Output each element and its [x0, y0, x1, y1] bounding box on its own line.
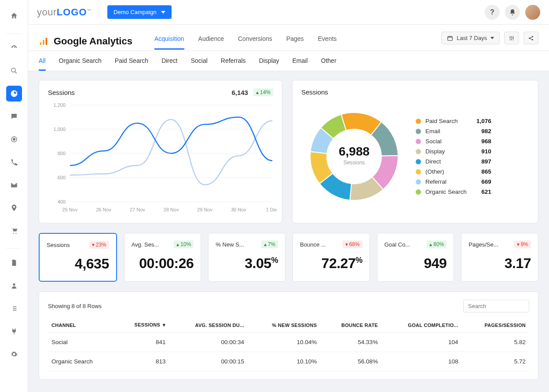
subtab-display[interactable]: Display [259, 57, 279, 71]
table-row[interactable]: Social 841 00:00:34 10.04% 54.33% 104 5.… [48, 333, 529, 352]
subtab-paid-search[interactable]: Paid Search [115, 57, 148, 71]
tab-pages[interactable]: Pages [286, 33, 304, 50]
subtab-referrals[interactable]: Referrals [221, 57, 246, 71]
svg-point-0 [11, 68, 15, 72]
avatar[interactable] [525, 5, 540, 20]
legend-dot [416, 189, 421, 195]
file-icon[interactable] [6, 255, 22, 271]
date-range-button[interactable]: Last 7 Days [441, 32, 500, 44]
kpi-card[interactable]: Sessions ▾23% 4,635 [39, 233, 117, 282]
subtab-direct[interactable]: Direct [161, 57, 178, 71]
kpi-card[interactable]: Goal Co... ▴80% 949 [377, 233, 454, 282]
channels-table: CHANNELSESSIONS▾AVG. SESSION DU...% NEW … [48, 318, 529, 371]
legend-row[interactable]: Email 982 [416, 126, 491, 136]
legend-row[interactable]: Referral 669 [416, 177, 491, 187]
user-icon[interactable] [6, 278, 22, 294]
campaign-selector[interactable]: Demo Campaign [107, 5, 172, 19]
chat-icon[interactable] [6, 109, 22, 124]
table-header[interactable]: PAGES/SESSION [462, 318, 529, 333]
svg-text:25 Nov: 25 Nov [62, 207, 78, 212]
table-search-input[interactable] [463, 300, 529, 312]
logo-tm: ™ [87, 8, 92, 12]
kpi-value: 4,635 [47, 256, 109, 272]
home-icon[interactable] [6, 8, 22, 24]
legend-row[interactable]: Display 910 [416, 146, 491, 156]
legend-row[interactable]: Direct 897 [416, 156, 491, 167]
gear-icon[interactable] [6, 346, 22, 362]
dashboard-icon[interactable] [6, 40, 22, 56]
kpi-label: Pages/Se... [468, 241, 498, 248]
cell-pps: 5.72 [462, 352, 529, 371]
help-button[interactable]: ? [485, 5, 500, 20]
table-header[interactable]: % NEW SESSIONS [248, 318, 320, 333]
kpi-value: 00:00:26 [132, 255, 194, 272]
phone-icon[interactable] [6, 154, 22, 170]
subtab-all[interactable]: All [39, 57, 46, 71]
tab-events[interactable]: Events [318, 33, 337, 50]
subtab-social[interactable]: Social [191, 57, 208, 71]
caret-down-icon: ▾ [163, 322, 165, 327]
kpi-delta: ▾23% [89, 241, 109, 249]
kpi-value: 3.17 [468, 255, 531, 272]
svg-text:27 Nov: 27 Nov [130, 207, 145, 212]
tab-acquisition[interactable]: Acquisition [154, 33, 184, 50]
legend-label: Direct [425, 158, 467, 165]
subtab-email[interactable]: Email [293, 57, 308, 71]
kpi-value: 72.27% [300, 255, 362, 272]
analytics-icon[interactable] [6, 86, 22, 102]
legend-row[interactable]: (Other) 865 [416, 167, 491, 177]
mail-icon[interactable] [6, 177, 22, 193]
target-icon[interactable] [6, 131, 22, 147]
subtab-other[interactable]: Other [321, 57, 337, 71]
kpi-card[interactable]: Pages/Se... ▾9% 3.17 [461, 233, 538, 282]
legend-row[interactable]: Organic Search 621 [416, 187, 491, 197]
google-analytics-icon [39, 36, 48, 46]
table-header[interactable]: SESSIONS▾ [116, 318, 169, 333]
table-header[interactable]: BOUNCE RATE [320, 318, 381, 333]
cell-new: 10.04% [248, 333, 320, 352]
table-row[interactable]: Organic Search 813 00:00:15 10.10% 56.08… [48, 352, 529, 371]
legend-dot [416, 159, 421, 164]
kpi-label: % New S... [216, 241, 244, 248]
search-icon[interactable] [6, 63, 22, 79]
cell-bounce: 56.08% [320, 352, 381, 371]
table-header[interactable]: CHANNEL [48, 318, 116, 333]
legend-row[interactable]: Paid Search 1,076 [416, 116, 491, 126]
legend-value: 897 [471, 158, 491, 165]
pin-icon[interactable] [6, 200, 22, 216]
svg-text:800: 800 [58, 151, 66, 156]
share-button[interactable] [523, 32, 538, 44]
svg-text:1,200: 1,200 [53, 102, 66, 108]
notifications-button[interactable] [505, 5, 520, 20]
legend-label: (Other) [425, 168, 467, 175]
help-icon: ? [490, 8, 494, 16]
subtab-organic-search[interactable]: Organic Search [59, 57, 102, 71]
cell-avg: 00:00:34 [169, 333, 248, 352]
svg-text:Sessions: Sessions [344, 160, 365, 166]
list-icon[interactable] [6, 301, 22, 316]
legend-row[interactable]: Social 968 [416, 136, 491, 146]
sessions-line-chart: 4006008001,0001,20025 Nov26 Nov27 Nov28 … [48, 101, 277, 215]
kpi-card[interactable]: % New S... ▴7% 3.05% [208, 233, 285, 282]
legend-value: 968 [471, 138, 491, 145]
table-header[interactable]: AVG. SESSION DU... [169, 318, 248, 333]
campaign-label: Demo Campaign [113, 9, 157, 15]
subtabs: AllOrganic SearchPaid SearchDirectSocial… [28, 51, 549, 71]
donut-legend: Paid Search 1,076 Email 982 Social 968 D… [416, 116, 491, 197]
settings-button[interactable] [504, 32, 519, 44]
cell-pps: 5.82 [462, 333, 529, 352]
tab-conversions[interactable]: Conversions [238, 33, 272, 50]
chevron-down-icon [161, 11, 165, 14]
kpi-row: Sessions ▾23% 4,635 Avg. Ses... ▴10% 00:… [39, 233, 538, 282]
svg-text:6,988: 6,988 [339, 145, 370, 158]
kpi-card[interactable]: Avg. Ses... ▴10% 00:00:26 [124, 233, 201, 282]
caret-down-icon: ▾ [345, 241, 348, 247]
table-header[interactable]: GOAL COMPLETIO... [381, 318, 461, 333]
plug-icon[interactable] [6, 323, 22, 339]
legend-dot [416, 129, 421, 134]
kpi-card[interactable]: Bounce ... ▾68% 72.27% [293, 233, 370, 282]
tab-audience[interactable]: Audience [198, 33, 224, 50]
svg-text:1 Dec: 1 Dec [266, 207, 277, 212]
cart-icon[interactable] [6, 223, 22, 239]
legend-label: Display [425, 148, 467, 155]
